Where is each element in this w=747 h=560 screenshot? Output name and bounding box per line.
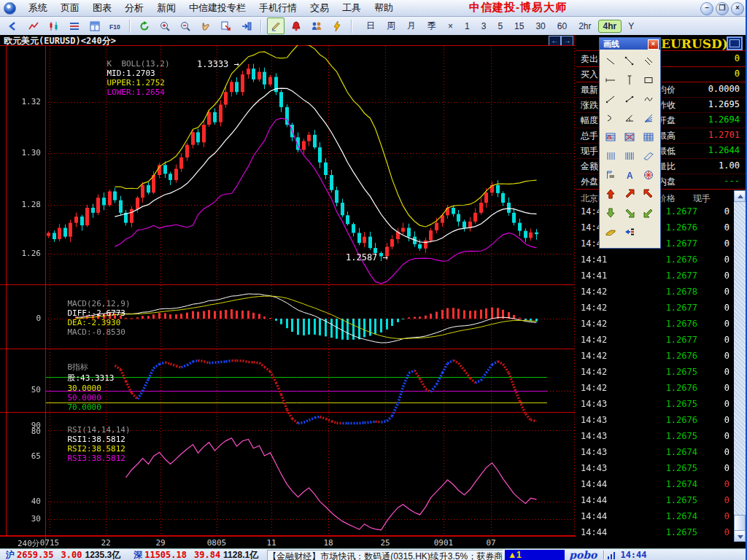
period-Y[interactable]: Y xyxy=(623,20,639,33)
nav-left-icon[interactable]: ← xyxy=(549,36,561,46)
draw-line-icon[interactable] xyxy=(267,18,285,34)
tick-row[interactable]: 14:421.26780 xyxy=(576,284,734,300)
period-15[interactable]: 15 xyxy=(509,20,529,33)
tick-row[interactable]: 14:411.26760 xyxy=(576,252,734,268)
quote-list-icon[interactable] xyxy=(66,18,83,34)
tool-ray-line-icon[interactable] xyxy=(601,90,619,109)
tick-row[interactable]: 14:441.26750 xyxy=(576,524,734,540)
panel-restore-icon[interactable] xyxy=(727,36,743,50)
tick-row[interactable]: 14:421.26760 xyxy=(576,380,734,396)
tool-channel-icon[interactable] xyxy=(640,147,658,166)
tool-parallel-line-icon[interactable] xyxy=(640,52,658,71)
zoom-out-icon[interactable] xyxy=(177,18,194,34)
back-icon[interactable] xyxy=(4,18,22,34)
period-5[interactable]: 5 xyxy=(492,20,508,33)
users-icon[interactable] xyxy=(308,18,325,34)
period-日[interactable]: 日 xyxy=(361,18,380,34)
tool-horizontal-line-icon[interactable] xyxy=(601,71,619,90)
news-ticker[interactable]: 【金融财经】市场快讯：数码通(0315.HK)续升3.5%；获券商唱 xyxy=(267,550,503,560)
f10-icon[interactable]: F10 xyxy=(107,18,124,34)
tool-line-segment-icon[interactable] xyxy=(620,90,638,109)
menu-item-2[interactable]: 图表 xyxy=(86,0,118,16)
go-end-icon[interactable] xyxy=(238,18,255,34)
menu-item-3[interactable]: 分析 xyxy=(118,0,150,16)
period-月[interactable]: 月 xyxy=(402,18,421,34)
period-4hr[interactable]: 4hr xyxy=(598,20,622,33)
scroll-up-icon[interactable] xyxy=(734,190,746,202)
tick-row[interactable]: 14:441.26750 xyxy=(576,492,734,508)
sz-index-icon[interactable]: 深 xyxy=(133,549,142,560)
tool-gann-box-icon[interactable]: G xyxy=(601,128,619,147)
zoom-in-icon[interactable] xyxy=(156,18,174,34)
menu-item-0[interactable]: 系统 xyxy=(22,0,54,16)
tick-row[interactable]: 14:441.26740 xyxy=(576,508,734,524)
tool-fan-lines-icon[interactable] xyxy=(640,109,658,128)
tool-percent-lines-icon[interactable] xyxy=(601,147,619,166)
tool-arrow-sw-icon[interactable] xyxy=(640,203,658,222)
period-季[interactable]: 季 xyxy=(422,18,441,34)
palette-close-icon[interactable]: × xyxy=(648,39,659,50)
close-button[interactable]: × xyxy=(731,2,744,15)
alarm-icon[interactable] xyxy=(287,18,305,34)
tick-row[interactable]: 14:431.26740 xyxy=(576,444,734,460)
tool-arrow-se-icon[interactable] xyxy=(620,203,638,222)
period-×[interactable]: × xyxy=(443,20,458,33)
tool-object-manager-icon[interactable] xyxy=(620,222,638,241)
tool-text-label-icon[interactable]: A xyxy=(620,166,638,184)
alert-badge[interactable]: ▲1 xyxy=(505,550,565,560)
scroll-thumb[interactable] xyxy=(734,515,746,531)
menu-item-8[interactable]: 工具 xyxy=(336,0,368,16)
tool-gann-grid-icon[interactable] xyxy=(640,128,658,147)
tool-cycle-lines-icon[interactable] xyxy=(620,147,638,166)
drag-hand-icon[interactable] xyxy=(197,18,214,34)
tick-row[interactable]: 14:421.26770 xyxy=(576,300,734,316)
report-icon[interactable] xyxy=(86,18,104,34)
tool-arrow-nw-icon[interactable] xyxy=(640,184,658,203)
tick-table[interactable]: 14:401.2677014:411.2676014:411.2677014:4… xyxy=(576,203,734,540)
scroll-down-icon[interactable] xyxy=(734,530,746,542)
menu-item-9[interactable]: 帮助 xyxy=(368,0,400,16)
tool-trend-segment-icon[interactable] xyxy=(601,52,619,71)
period-2hr[interactable]: 2hr xyxy=(573,20,596,33)
period-1[interactable]: 1 xyxy=(460,20,475,33)
tick-row[interactable]: 14:441.26740 xyxy=(576,476,734,492)
tool-trend-line-anchored-icon[interactable] xyxy=(620,52,638,71)
tick-row[interactable]: 14:431.26750 xyxy=(576,460,734,476)
tool-time-cycle-icon[interactable] xyxy=(640,166,658,184)
tool-wave-line-icon[interactable] xyxy=(640,90,658,109)
tool-vertical-line-icon[interactable] xyxy=(620,71,638,90)
candle-chart-icon[interactable] xyxy=(45,18,63,34)
menu-item-5[interactable]: 中信建投专栏 xyxy=(182,0,252,16)
tick-row[interactable]: 14:421.26760 xyxy=(576,348,734,364)
tool-rectangle-icon[interactable] xyxy=(640,71,658,90)
tick-row[interactable]: 14:431.26760 xyxy=(576,412,734,428)
flash-icon[interactable] xyxy=(328,18,346,34)
scrollbar[interactable] xyxy=(734,190,746,542)
tick-row[interactable]: 14:421.26770 xyxy=(576,332,734,348)
tool-angle-icon[interactable] xyxy=(620,109,638,128)
tool-gann-square-icon[interactable] xyxy=(620,128,638,147)
refresh-icon[interactable] xyxy=(136,18,153,34)
tick-row[interactable]: 14:411.26770 xyxy=(576,268,734,284)
tick-row[interactable]: 14:421.26760 xyxy=(576,316,734,332)
app-icon[interactable] xyxy=(4,2,16,15)
draw-line-palette[interactable]: 画线 × GA xyxy=(599,37,661,249)
period-周[interactable]: 周 xyxy=(382,18,400,34)
tool-arrow-ne-icon[interactable] xyxy=(620,184,638,203)
menu-item-4[interactable]: 新闻 xyxy=(150,0,182,16)
menu-item-1[interactable]: 页面 xyxy=(54,0,86,16)
tool-arrow-down-icon[interactable] xyxy=(601,203,619,222)
minimize-button[interactable]: – xyxy=(700,2,713,15)
tool-arc-icon[interactable] xyxy=(601,109,619,128)
tool-flag-callout-icon[interactable] xyxy=(601,166,619,184)
menu-item-7[interactable]: 交易 xyxy=(303,0,336,16)
menu-item-6[interactable]: 手机行情 xyxy=(252,0,303,16)
period-3[interactable]: 3 xyxy=(476,20,492,33)
tick-row[interactable]: 14:431.26750 xyxy=(576,428,734,444)
tick-row[interactable]: 14:421.26750 xyxy=(576,364,734,380)
period-30[interactable]: 30 xyxy=(530,20,550,33)
nav-right-icon[interactable]: → xyxy=(561,36,573,46)
restore-button[interactable]: ❐ xyxy=(716,2,729,15)
sh-index-icon[interactable]: 沪 xyxy=(6,549,15,560)
page-next-icon[interactable] xyxy=(217,18,235,34)
